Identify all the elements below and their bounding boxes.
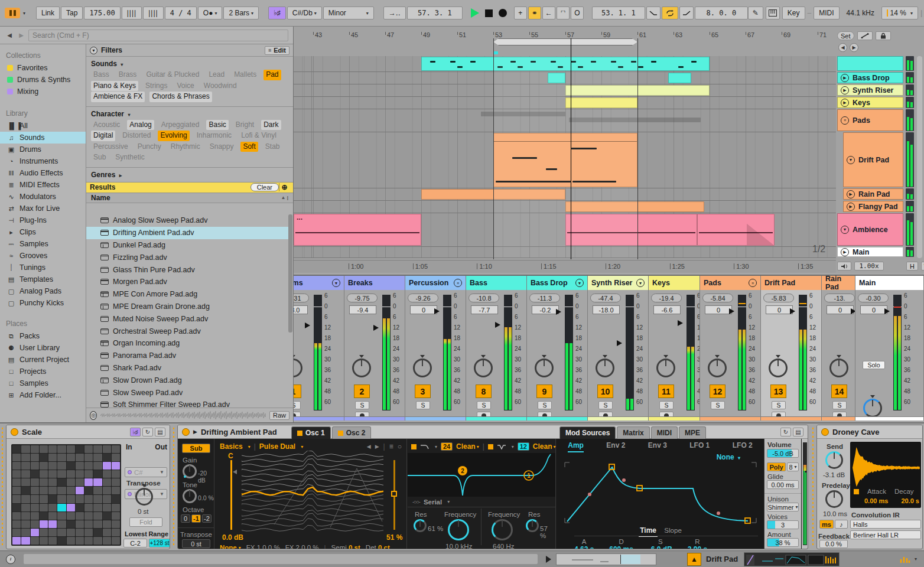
- octave-minus1-button[interactable]: -1: [191, 514, 201, 523]
- mixer-strip-rain-pad[interactable]: Rain Pad-13.0606121824303642486014S: [822, 276, 855, 421]
- scale-grid-cell[interactable]: [31, 462, 39, 470]
- sidebar-item-punchy-kicks[interactable]: ▢Punchy Kicks: [0, 297, 86, 309]
- sidebar-item-instruments[interactable]: ◔Instruments: [0, 155, 86, 167]
- volume-arrow-icon[interactable]: [884, 308, 890, 314]
- scale-grid-cell[interactable]: [57, 445, 66, 453]
- scale-grid-cell[interactable]: [21, 512, 30, 520]
- volume-value[interactable]: -0.2: [532, 305, 559, 314]
- scale-grid-cell[interactable]: [112, 512, 120, 520]
- filter-tag[interactable]: Piano & Keys: [91, 81, 138, 92]
- volume-arrow-icon[interactable]: [851, 308, 855, 314]
- scale-grid-cell[interactable]: [76, 462, 84, 470]
- scale-grid-cell[interactable]: [84, 529, 93, 536]
- arrangement-position-field[interactable]: 57. 3. 1: [407, 6, 463, 19]
- automation-link-icon[interactable]: [857, 31, 873, 40]
- scale-grid-cell[interactable]: [12, 537, 21, 545]
- stop-button[interactable]: [485, 9, 493, 17]
- scale-grid-cell[interactable]: [57, 504, 66, 511]
- scale-grid-cell[interactable]: [93, 462, 102, 470]
- ir-attack-icon[interactable]: [854, 489, 859, 494]
- list-item[interactable]: Slow Sweep Pad.adv: [86, 386, 288, 399]
- peak-value[interactable]: -19.4: [651, 294, 682, 302]
- filter-tag[interactable]: Pad: [263, 70, 281, 80]
- volume-value[interactable]: 0: [827, 305, 854, 314]
- scale-grid-cell[interactable]: [93, 470, 102, 478]
- tab-mod-sources[interactable]: Mod Sources: [559, 426, 616, 439]
- sidebar-item-analog-pads[interactable]: ▢Analog Pads: [0, 285, 86, 297]
- sidebar-item-audio-effects[interactable]: ‖‖Audio Effects: [0, 167, 86, 179]
- scale-grid-cell[interactable]: [84, 495, 93, 503]
- scale-grid-cell[interactable]: [112, 537, 120, 545]
- solo-button[interactable]: S: [772, 401, 786, 409]
- scale-grid-cell[interactable]: [21, 504, 30, 511]
- device-title[interactable]: Droney Cave: [832, 428, 879, 436]
- filter2-on-button[interactable]: [488, 444, 493, 449]
- sustain-value[interactable]: -6.0 dB: [649, 545, 672, 549]
- scale-grid-cell[interactable]: [76, 529, 84, 536]
- scale-grid-cell[interactable]: [48, 520, 57, 528]
- ir-category-select[interactable]: Halls: [850, 520, 921, 529]
- time-signature-field[interactable]: 4 / 4: [165, 6, 197, 19]
- predelay-sync-button[interactable]: ♪: [835, 520, 848, 529]
- tab-matrix[interactable]: Matrix: [617, 426, 649, 439]
- device-title[interactable]: Drifting Ambient Pad: [201, 428, 277, 436]
- scale-grid-cell[interactable]: [67, 487, 75, 494]
- glide-value[interactable]: 0.00 ms: [767, 480, 799, 489]
- scale-grid-cell[interactable]: [112, 445, 120, 453]
- back-to-arrangement-button[interactable]: ←: [542, 6, 555, 19]
- loop-switch[interactable]: [662, 6, 678, 19]
- mixer-strip-bass[interactable]: Bass-10.8-7.760612182430364248608S: [466, 276, 527, 421]
- sidebar-item-all[interactable]: ▐▌▐All: [0, 120, 86, 132]
- tab-osc2[interactable]: Osc 2: [332, 426, 372, 439]
- transpose-knob[interactable]: [135, 488, 153, 506]
- send-knob[interactable]: [825, 451, 843, 469]
- fold-icon[interactable]: ▼: [575, 279, 584, 287]
- next-wave-icon[interactable]: ▶: [375, 444, 379, 449]
- loop-start-field[interactable]: 53. 1. 1: [592, 6, 645, 19]
- add-filter-icon[interactable]: ⊕: [279, 183, 289, 191]
- scale-grid-cell[interactable]: [12, 504, 21, 511]
- scale-grid-cell[interactable]: [76, 445, 84, 453]
- filter-tag[interactable]: Mallets: [232, 70, 259, 80]
- pan-knob[interactable]: [829, 359, 848, 377]
- scale-grid-cell[interactable]: [48, 487, 57, 494]
- sounds-filter-title[interactable]: Sounds ▾: [86, 57, 293, 69]
- pan-knob[interactable]: [474, 359, 493, 377]
- scale-grid-cell[interactable]: [76, 520, 84, 528]
- osc-level-slider[interactable]: [230, 460, 232, 530]
- scale-grid-cell[interactable]: [40, 504, 48, 511]
- scale-grid-cell[interactable]: [67, 462, 75, 470]
- filter-tag[interactable]: Chords & Phrases: [149, 92, 212, 102]
- peak-value[interactable]: -9.75: [347, 294, 378, 302]
- track-number-activator[interactable]: 14: [831, 384, 847, 398]
- scale-grid-cell[interactable]: [67, 495, 75, 503]
- peak-value[interactable]: -13.: [824, 294, 855, 302]
- scale-grid-cell[interactable]: [48, 512, 57, 520]
- attack-value[interactable]: 4.62 s: [574, 545, 594, 549]
- scale-grid-cell[interactable]: [76, 495, 84, 503]
- volume-arrow-icon[interactable]: [495, 322, 500, 328]
- draw-selection-button[interactable]: ⌜⌝: [557, 6, 570, 19]
- scale-grid-cell[interactable]: [103, 470, 111, 478]
- midi-map-button[interactable]: MIDI: [814, 6, 839, 19]
- sidebar-item-midi-effects[interactable]: ≣MIDI Effects: [0, 179, 86, 191]
- solo-button[interactable]: S: [832, 401, 847, 409]
- scale-grid-cell[interactable]: [12, 487, 21, 494]
- filter1-mode-menu[interactable]: Clean: [456, 442, 476, 451]
- scale-grid-cell[interactable]: [93, 529, 102, 536]
- unison-mode-menu[interactable]: Shimmer▾: [767, 503, 799, 511]
- sidebar-item-tunings[interactable]: ⸽Tunings: [0, 262, 86, 273]
- poly-mode-button[interactable]: Poly: [767, 462, 786, 471]
- control-surface-icon[interactable]: [5, 8, 20, 18]
- scale-grid-cell[interactable]: [76, 512, 84, 520]
- scale-grid-cell[interactable]: [48, 504, 57, 511]
- list-item[interactable]: Morgen Pad.adv: [86, 276, 288, 288]
- scale-mode-button[interactable]: ♭♯: [268, 6, 286, 19]
- filter-tag[interactable]: Ambience & FX: [91, 92, 145, 102]
- pan-knob[interactable]: [352, 359, 371, 377]
- volume-value[interactable]: 0: [705, 305, 732, 314]
- filter-tag[interactable]: Lofi & Vinyl: [239, 131, 279, 141]
- play-icon[interactable]: ▶: [847, 203, 855, 211]
- device-on-icon[interactable]: [11, 428, 18, 436]
- track-header-rain-pad[interactable]: ▶Rain Pad: [843, 188, 903, 200]
